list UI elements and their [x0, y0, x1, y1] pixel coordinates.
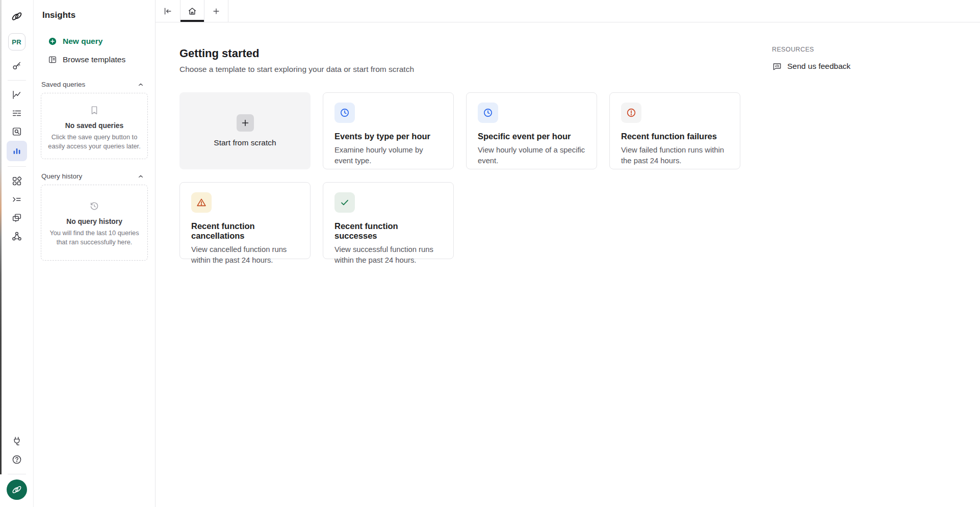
collapse-sidebar-button[interactable] [156, 0, 180, 22]
saved-queries-header[interactable]: Saved queries [34, 81, 155, 88]
insights-icon[interactable] [7, 141, 27, 161]
template-title: Events by type per hour [334, 132, 442, 141]
icon-rail: PR [0, 0, 34, 507]
new-tab-button[interactable] [204, 0, 228, 22]
history-icon [89, 200, 100, 212]
runs-filter-icon[interactable] [8, 104, 26, 122]
page-subtitle: Choose a template to start exploring you… [179, 65, 980, 74]
template-cards-grid: Start from scratch Events by type per ho… [179, 92, 980, 259]
query-history-header[interactable]: Query history [34, 172, 155, 180]
plug-icon[interactable] [8, 432, 26, 450]
browse-templates-label: Browse templates [63, 55, 125, 64]
metrics-icon[interactable] [8, 86, 26, 104]
tab-bar [156, 0, 980, 22]
template-description: View cancelled function runs within the … [191, 244, 299, 266]
plus-circle-icon [48, 37, 57, 46]
alert-circle-icon [621, 103, 641, 123]
app-window: PR [0, 0, 980, 507]
account-avatar[interactable] [7, 479, 27, 500]
start-from-scratch-card[interactable]: Start from scratch [179, 92, 311, 169]
template-title: Specific event per hour [478, 132, 585, 141]
home-icon [187, 6, 197, 16]
page-title: Getting started [179, 47, 980, 60]
template-description: View hourly volume of a specific event. [478, 145, 585, 166]
saved-queries-empty-title: No saved queries [65, 122, 123, 130]
chevron-up-icon [137, 173, 144, 180]
template-card[interactable]: Events by type per hour Examine hourly v… [323, 92, 454, 169]
query-history-empty-state: No query history You will find the last … [41, 185, 148, 260]
new-query-label: New query [63, 37, 102, 46]
insights-sidebar: Insights New query Browse templates Sa [34, 0, 156, 507]
trace-search-icon[interactable] [8, 122, 26, 141]
query-history-empty-title: No query history [66, 218, 122, 225]
send-feedback-link[interactable]: Send us feedback [772, 61, 850, 71]
template-title: Recent function cancellations [191, 221, 299, 241]
feedback-bubble-icon [772, 61, 782, 71]
screen-edge-artifact [0, 0, 2, 474]
plus-icon [237, 114, 254, 132]
resources-section: RESOURCES Send us feedback [772, 46, 850, 71]
templates-icon [48, 55, 57, 64]
help-icon[interactable] [8, 450, 26, 469]
rail-divider [8, 474, 26, 474]
apps-icon[interactable] [8, 172, 26, 190]
template-card[interactable]: Specific event per hour View hourly volu… [466, 92, 597, 169]
inngest-logo-icon[interactable] [10, 10, 23, 23]
send-feedback-label: Send us feedback [787, 62, 850, 71]
saved-queries-empty-state: No saved queries Click the save query bu… [41, 93, 148, 159]
rail-divider [8, 166, 26, 167]
warning-triangle-icon [191, 192, 212, 213]
sidebar-title: Insights [34, 10, 155, 20]
tab-separator [228, 0, 228, 22]
template-description: View failed function runs within the pas… [621, 145, 729, 166]
template-title: Recent function failures [621, 132, 729, 141]
clock-icon [334, 103, 355, 123]
bookmark-icon [89, 105, 100, 116]
environments-icon[interactable] [8, 209, 26, 227]
template-card[interactable]: Recent function cancellations View cance… [179, 182, 311, 259]
chevron-up-icon [137, 81, 144, 88]
keys-icon[interactable] [8, 57, 26, 75]
steps-icon[interactable] [8, 190, 26, 209]
saved-queries-empty-body: Click the save query button to easily ac… [47, 133, 141, 150]
plus-icon [212, 7, 221, 16]
template-description: Examine hourly volume by event type. [334, 145, 442, 166]
tab-home[interactable] [180, 0, 204, 22]
webhooks-icon[interactable] [8, 227, 26, 245]
check-icon [334, 192, 355, 213]
main-panel: Getting started Choose a template to sta… [156, 0, 980, 507]
start-from-scratch-label: Start from scratch [214, 138, 276, 147]
query-history-empty-body: You will find the last 10 queries that r… [47, 229, 141, 246]
rail-divider [8, 80, 26, 81]
template-card[interactable]: Recent function successes View successfu… [323, 182, 454, 259]
resources-header: RESOURCES [772, 46, 850, 53]
getting-started-page: Getting started Choose a template to sta… [156, 22, 980, 507]
new-query-button[interactable]: New query [34, 34, 155, 49]
template-description: View successful function runs within the… [334, 244, 442, 266]
template-title: Recent function successes [334, 221, 442, 241]
browse-templates-button[interactable]: Browse templates [34, 52, 155, 67]
rail-bottom-group [7, 432, 27, 507]
clock-icon [478, 103, 498, 123]
template-card[interactable]: Recent function failures View failed fun… [609, 92, 740, 169]
project-badge[interactable]: PR [8, 33, 25, 50]
